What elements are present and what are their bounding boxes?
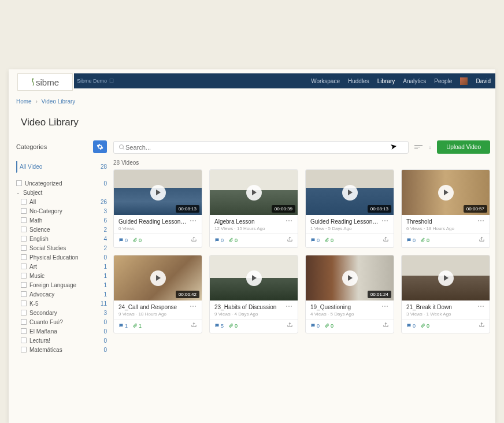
- sidebar-subject-item[interactable]: Art1: [21, 262, 107, 271]
- sidebar-subject-item[interactable]: Physical Education0: [21, 253, 107, 262]
- checkbox-icon[interactable]: [21, 319, 27, 325]
- checkbox-icon[interactable]: [16, 180, 22, 186]
- comment-count[interactable]: 0: [214, 238, 224, 243]
- video-thumbnail[interactable]: 00:00:39: [210, 170, 298, 215]
- upload-video-button[interactable]: Upload Video: [437, 140, 490, 154]
- comment-count[interactable]: 0: [310, 323, 320, 329]
- video-thumbnail[interactable]: 00:08:13: [306, 170, 394, 215]
- comment-count[interactable]: 5: [214, 323, 224, 329]
- comment-count[interactable]: 0: [118, 238, 128, 243]
- attachment-count[interactable]: 0: [324, 238, 333, 243]
- crumb-home[interactable]: Home: [16, 98, 32, 105]
- share-button[interactable]: [191, 236, 197, 244]
- checkbox-icon[interactable]: [21, 282, 27, 288]
- categories-settings-button[interactable]: [93, 140, 107, 153]
- attachment-count[interactable]: 1: [132, 323, 142, 329]
- subaccount-label[interactable]: Sibme Demo☐: [77, 78, 114, 84]
- sidebar-subject-item[interactable]: K-511: [21, 299, 107, 308]
- checkbox-icon[interactable]: [21, 347, 27, 352]
- share-button[interactable]: [383, 322, 389, 329]
- checkbox-icon[interactable]: [21, 264, 27, 269]
- video-thumbnail[interactable]: 00:01:24: [306, 255, 394, 300]
- checkbox-icon[interactable]: [21, 208, 27, 214]
- sidebar-subject-item[interactable]: Lectura!0: [21, 336, 107, 345]
- search-input[interactable]: [125, 144, 403, 151]
- avatar[interactable]: [460, 77, 468, 85]
- share-button[interactable]: [287, 322, 293, 329]
- play-button[interactable]: [246, 185, 262, 201]
- sidebar-subject-item[interactable]: English4: [21, 234, 107, 243]
- video-thumbnail[interactable]: 00:08:13: [114, 170, 202, 215]
- checkbox-icon[interactable]: [21, 217, 27, 223]
- checkbox-icon[interactable]: [21, 291, 27, 297]
- comment-count[interactable]: 1: [118, 323, 128, 329]
- attachment-count[interactable]: 0: [420, 323, 429, 329]
- sidebar-subject-item[interactable]: Foreign Language1: [21, 280, 107, 290]
- search-box[interactable]: [113, 141, 409, 154]
- play-button[interactable]: [150, 270, 166, 286]
- attachment-count[interactable]: 0: [228, 238, 238, 243]
- video-card[interactable]: 00:01:24 19_Questioning ⋯ 4 Views · 5 Da…: [305, 255, 394, 333]
- play-button[interactable]: [438, 185, 454, 201]
- comment-count[interactable]: 0: [406, 323, 416, 329]
- play-button[interactable]: [342, 270, 358, 286]
- video-card[interactable]: 00:08:13 Guided Reading Lesson 1... ⋯ 0 …: [113, 169, 202, 248]
- sort-button[interactable]: [414, 142, 426, 153]
- checkbox-icon[interactable]: [21, 254, 27, 260]
- nav-library[interactable]: Library: [377, 78, 395, 84]
- play-button[interactable]: [150, 185, 166, 201]
- more-menu-button[interactable]: ⋯: [381, 304, 389, 309]
- sidebar-subject-item[interactable]: Secondary3: [21, 308, 107, 317]
- sidebar-subject-item[interactable]: Matemáticas0: [21, 345, 107, 354]
- nav-analytics[interactable]: Analytics: [403, 78, 426, 84]
- sidebar-subject-item[interactable]: No-Category3: [21, 206, 107, 216]
- sidebar-subject-item[interactable]: Math6: [21, 216, 107, 225]
- video-card[interactable]: 00:00:42 24_Call and Response ⋯ 9 Views …: [113, 255, 202, 333]
- video-thumbnail[interactable]: 00:00:57: [402, 170, 490, 215]
- video-card[interactable]: 00:00:39 Algebra Lesson ⋯ 12 Views · 15 …: [209, 169, 298, 248]
- checkbox-icon[interactable]: [21, 300, 27, 306]
- checkbox-icon[interactable]: [21, 337, 27, 343]
- video-card[interactable]: 00:08:13 Guided Reading Lesson 1... ⋯ 1 …: [305, 169, 394, 248]
- checkbox-icon[interactable]: [21, 310, 27, 316]
- more-menu-button[interactable]: ⋯: [381, 218, 389, 223]
- attachment-count[interactable]: 0: [132, 238, 142, 243]
- play-button[interactable]: [438, 270, 454, 286]
- share-button[interactable]: [191, 322, 197, 329]
- sidebar-all-video[interactable]: All Video 28: [16, 161, 107, 173]
- share-button[interactable]: [287, 236, 293, 244]
- attachment-count[interactable]: 0: [228, 323, 238, 329]
- attachment-count[interactable]: 0: [420, 238, 429, 243]
- share-button[interactable]: [479, 322, 485, 329]
- sidebar-subject-item[interactable]: Cuanto Fué?0: [21, 317, 107, 326]
- more-menu-button[interactable]: ⋯: [286, 218, 293, 223]
- nav-workspace[interactable]: Workspace: [311, 78, 340, 84]
- sidebar-subject-item[interactable]: El Mañana0: [21, 326, 107, 336]
- video-thumbnail[interactable]: [402, 255, 490, 300]
- video-card[interactable]: 00:00:57 Threshold ⋯ 6 Views · 18 Hours …: [401, 169, 490, 248]
- sidebar-subject-item[interactable]: Music1: [21, 271, 107, 280]
- more-menu-button[interactable]: ⋯: [190, 218, 197, 223]
- comment-count[interactable]: 0: [406, 238, 416, 243]
- video-card[interactable]: 21_Break it Down ⋯ 3 Views · 1 Week Ago …: [401, 255, 490, 333]
- more-menu-button[interactable]: ⋯: [477, 304, 485, 309]
- sidebar-subject-item[interactable]: Advocacy1: [21, 290, 107, 299]
- more-menu-button[interactable]: ⋯: [477, 218, 485, 223]
- checkbox-icon[interactable]: [21, 245, 27, 251]
- sidebar-subject-item[interactable]: Science2: [21, 225, 107, 234]
- more-menu-button[interactable]: ⋯: [190, 304, 197, 309]
- checkbox-icon[interactable]: [21, 236, 27, 242]
- video-thumbnail[interactable]: 00:00:42: [114, 255, 202, 300]
- more-menu-button[interactable]: ⋯: [286, 304, 293, 309]
- attachment-count[interactable]: 0: [324, 323, 333, 329]
- comment-count[interactable]: 0: [310, 238, 320, 243]
- share-button[interactable]: [383, 236, 389, 244]
- sidebar-uncategorized[interactable]: Uncategorized 0: [16, 179, 107, 188]
- chevron-down-icon[interactable]: ⌄: [16, 190, 20, 195]
- video-thumbnail[interactable]: [210, 255, 298, 300]
- play-button[interactable]: [246, 270, 262, 286]
- checkbox-icon[interactable]: [21, 227, 27, 232]
- video-card[interactable]: 23_Habits of Discussion ⋯ 9 Views · 4 Da…: [209, 255, 298, 333]
- checkbox-icon[interactable]: [21, 199, 27, 205]
- user-name[interactable]: David: [476, 78, 491, 84]
